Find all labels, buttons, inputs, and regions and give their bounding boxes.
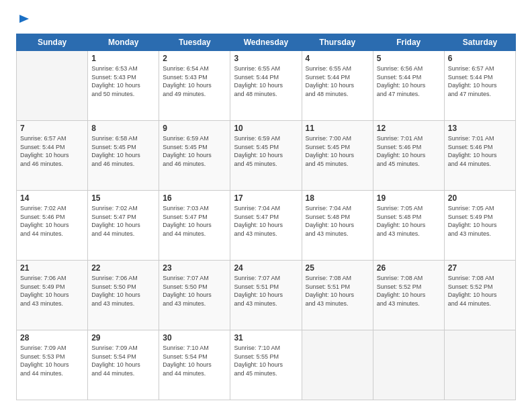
header-tuesday: Tuesday	[159, 34, 230, 51]
table-row: 5Sunrise: 6:56 AM Sunset: 5:44 PM Daylig…	[373, 51, 444, 121]
table-row	[17, 51, 88, 121]
day-number: 4	[306, 54, 369, 63]
svg-marker-0	[19, 15, 29, 23]
day-info: Sunrise: 7:06 AM Sunset: 5:49 PM Dayligh…	[20, 274, 84, 308]
table-row	[373, 330, 444, 400]
day-info: Sunrise: 7:10 AM Sunset: 5:55 PM Dayligh…	[234, 344, 298, 377]
day-info: Sunrise: 7:08 AM Sunset: 5:51 PM Dayligh…	[306, 274, 369, 308]
day-info: Sunrise: 7:08 AM Sunset: 5:52 PM Dayligh…	[377, 274, 441, 308]
table-row: 7Sunrise: 6:57 AM Sunset: 5:44 PM Daylig…	[17, 121, 88, 191]
day-info: Sunrise: 7:01 AM Sunset: 5:46 PM Dayligh…	[448, 134, 512, 168]
table-row: 8Sunrise: 6:58 AM Sunset: 5:45 PM Daylig…	[88, 121, 159, 191]
day-number: 19	[377, 193, 441, 203]
day-number: 9	[163, 124, 226, 133]
day-info: Sunrise: 7:05 AM Sunset: 5:48 PM Dayligh…	[377, 204, 441, 238]
day-number: 28	[20, 333, 84, 342]
table-row: 31Sunrise: 7:10 AM Sunset: 5:55 PM Dayli…	[230, 330, 302, 400]
day-number: 10	[234, 124, 298, 133]
day-info: Sunrise: 7:00 AM Sunset: 5:45 PM Dayligh…	[306, 134, 369, 168]
day-number: 7	[20, 124, 84, 133]
table-row	[444, 330, 515, 400]
header	[16, 13, 516, 27]
day-info: Sunrise: 6:59 AM Sunset: 5:45 PM Dayligh…	[234, 134, 298, 168]
day-info: Sunrise: 7:08 AM Sunset: 5:52 PM Dayligh…	[448, 274, 512, 308]
day-info: Sunrise: 7:07 AM Sunset: 5:50 PM Dayligh…	[163, 274, 226, 308]
calendar-week-row: 7Sunrise: 6:57 AM Sunset: 5:44 PM Daylig…	[17, 121, 516, 191]
table-row: 11Sunrise: 7:00 AM Sunset: 5:45 PM Dayli…	[302, 121, 373, 191]
table-row: 19Sunrise: 7:05 AM Sunset: 5:48 PM Dayli…	[373, 191, 444, 261]
weekday-header-row: Sunday Monday Tuesday Wednesday Thursday…	[17, 34, 516, 51]
day-number: 11	[306, 124, 369, 133]
day-info: Sunrise: 7:03 AM Sunset: 5:47 PM Dayligh…	[163, 204, 226, 238]
day-number: 18	[306, 193, 369, 203]
table-row: 17Sunrise: 7:04 AM Sunset: 5:47 PM Dayli…	[230, 191, 302, 261]
calendar-table: Sunday Monday Tuesday Wednesday Thursday…	[16, 34, 516, 400]
day-number: 24	[234, 263, 298, 273]
day-info: Sunrise: 6:54 AM Sunset: 5:43 PM Dayligh…	[163, 64, 226, 98]
table-row: 16Sunrise: 7:03 AM Sunset: 5:47 PM Dayli…	[159, 191, 230, 261]
day-number: 31	[234, 333, 298, 342]
logo-icon	[17, 13, 32, 28]
day-info: Sunrise: 6:55 AM Sunset: 5:44 PM Dayligh…	[234, 64, 298, 98]
header-wednesday: Wednesday	[230, 34, 302, 51]
day-number: 27	[448, 263, 512, 273]
day-number: 17	[234, 193, 298, 203]
table-row: 18Sunrise: 7:04 AM Sunset: 5:48 PM Dayli…	[302, 191, 373, 261]
day-number: 8	[91, 124, 155, 133]
day-number: 1	[91, 54, 155, 63]
table-row: 15Sunrise: 7:02 AM Sunset: 5:47 PM Dayli…	[88, 191, 159, 261]
day-info: Sunrise: 6:57 AM Sunset: 5:44 PM Dayligh…	[20, 134, 84, 168]
day-info: Sunrise: 7:01 AM Sunset: 5:46 PM Dayligh…	[377, 134, 441, 168]
table-row: 23Sunrise: 7:07 AM Sunset: 5:50 PM Dayli…	[159, 261, 230, 330]
day-info: Sunrise: 7:10 AM Sunset: 5:54 PM Dayligh…	[163, 344, 226, 377]
day-info: Sunrise: 6:57 AM Sunset: 5:44 PM Dayligh…	[448, 64, 512, 98]
day-number: 23	[163, 263, 226, 273]
day-number: 14	[20, 193, 84, 203]
day-info: Sunrise: 7:04 AM Sunset: 5:47 PM Dayligh…	[234, 204, 298, 238]
table-row: 3Sunrise: 6:55 AM Sunset: 5:44 PM Daylig…	[230, 51, 302, 121]
table-row: 6Sunrise: 6:57 AM Sunset: 5:44 PM Daylig…	[444, 51, 515, 121]
table-row	[302, 330, 373, 400]
table-row: 24Sunrise: 7:07 AM Sunset: 5:51 PM Dayli…	[230, 261, 302, 330]
day-number: 3	[234, 54, 298, 63]
day-info: Sunrise: 6:56 AM Sunset: 5:44 PM Dayligh…	[377, 64, 441, 98]
day-number: 13	[448, 124, 512, 133]
day-info: Sunrise: 6:58 AM Sunset: 5:45 PM Dayligh…	[91, 134, 155, 168]
table-row: 12Sunrise: 7:01 AM Sunset: 5:46 PM Dayli…	[373, 121, 444, 191]
table-row: 9Sunrise: 6:59 AM Sunset: 5:45 PM Daylig…	[159, 121, 230, 191]
table-row: 20Sunrise: 7:05 AM Sunset: 5:49 PM Dayli…	[444, 191, 515, 261]
day-number: 20	[448, 193, 512, 203]
header-sunday: Sunday	[17, 34, 88, 51]
logo	[16, 13, 32, 27]
table-row: 13Sunrise: 7:01 AM Sunset: 5:46 PM Dayli…	[444, 121, 515, 191]
day-number: 22	[91, 263, 155, 273]
table-row: 14Sunrise: 7:02 AM Sunset: 5:46 PM Dayli…	[17, 191, 88, 261]
table-row: 26Sunrise: 7:08 AM Sunset: 5:52 PM Dayli…	[373, 261, 444, 330]
day-number: 5	[377, 54, 441, 63]
day-info: Sunrise: 6:59 AM Sunset: 5:45 PM Dayligh…	[163, 134, 226, 168]
calendar-week-row: 1Sunrise: 6:53 AM Sunset: 5:43 PM Daylig…	[17, 51, 516, 121]
table-row: 30Sunrise: 7:10 AM Sunset: 5:54 PM Dayli…	[159, 330, 230, 400]
calendar-week-row: 21Sunrise: 7:06 AM Sunset: 5:49 PM Dayli…	[17, 261, 516, 330]
day-info: Sunrise: 7:02 AM Sunset: 5:46 PM Dayligh…	[20, 204, 84, 238]
day-info: Sunrise: 7:09 AM Sunset: 5:53 PM Dayligh…	[20, 344, 84, 377]
day-info: Sunrise: 7:07 AM Sunset: 5:51 PM Dayligh…	[234, 274, 298, 308]
day-number: 29	[91, 333, 155, 342]
header-monday: Monday	[88, 34, 159, 51]
day-number: 25	[306, 263, 369, 273]
table-row: 21Sunrise: 7:06 AM Sunset: 5:49 PM Dayli…	[17, 261, 88, 330]
day-info: Sunrise: 7:05 AM Sunset: 5:49 PM Dayligh…	[448, 204, 512, 238]
day-number: 12	[377, 124, 441, 133]
day-number: 2	[163, 54, 226, 63]
day-number: 30	[163, 333, 226, 342]
table-row: 27Sunrise: 7:08 AM Sunset: 5:52 PM Dayli…	[444, 261, 515, 330]
day-number: 15	[91, 193, 155, 203]
day-info: Sunrise: 6:53 AM Sunset: 5:43 PM Dayligh…	[91, 64, 155, 98]
day-info: Sunrise: 7:02 AM Sunset: 5:47 PM Dayligh…	[91, 204, 155, 238]
table-row: 28Sunrise: 7:09 AM Sunset: 5:53 PM Dayli…	[17, 330, 88, 400]
calendar-week-row: 14Sunrise: 7:02 AM Sunset: 5:46 PM Dayli…	[17, 191, 516, 261]
day-number: 16	[163, 193, 226, 203]
day-info: Sunrise: 7:06 AM Sunset: 5:50 PM Dayligh…	[91, 274, 155, 308]
day-info: Sunrise: 7:04 AM Sunset: 5:48 PM Dayligh…	[306, 204, 369, 238]
day-number: 21	[20, 263, 84, 273]
